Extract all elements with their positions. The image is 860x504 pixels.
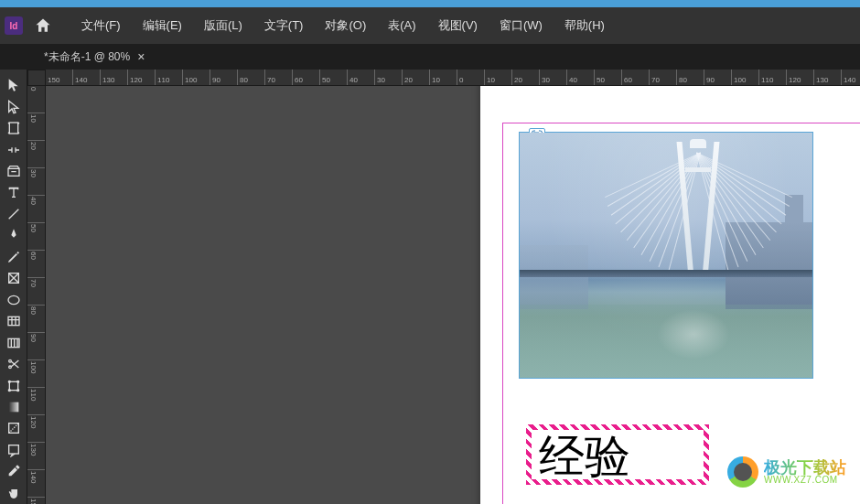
svg-rect-0 (9, 123, 17, 134)
free-transform-tool[interactable] (3, 375, 25, 395)
tab-close-icon[interactable]: × (137, 49, 145, 64)
text-content: 经验 (539, 434, 696, 479)
scissors-tool[interactable] (3, 354, 25, 374)
gradient-feather-tool[interactable] (3, 418, 25, 438)
placed-image (520, 133, 812, 378)
tools-panel (0, 70, 27, 504)
menu-view[interactable]: 视图(V) (427, 17, 489, 34)
hand-tool[interactable] (3, 483, 25, 503)
menu-edit[interactable]: 编辑(E) (132, 17, 193, 34)
document-page[interactable]: 经验 (480, 86, 860, 504)
page-tool[interactable] (3, 118, 25, 138)
vertical-ruler[interactable]: 0102030405060708090100110120130140150 (27, 86, 46, 504)
selection-tool[interactable] (3, 75, 25, 95)
window-titlebar (0, 0, 860, 7)
gradient-swatch-tool[interactable] (3, 397, 25, 417)
horizontal-ruler[interactable]: 1501401301201101009080706050403020100102… (46, 70, 860, 86)
menu-help[interactable]: 帮助(H) (554, 17, 616, 34)
gap-tool[interactable] (3, 139, 25, 159)
menu-file[interactable]: 文件(F) (70, 17, 132, 34)
menu-table[interactable]: 表(A) (377, 17, 426, 34)
svg-point-9 (8, 381, 10, 382)
svg-point-11 (8, 389, 10, 391)
table2-tool[interactable] (3, 332, 25, 352)
note-tool[interactable] (3, 440, 25, 460)
svg-point-12 (16, 389, 18, 391)
svg-point-10 (16, 381, 18, 382)
watermark: 极光下载站 WWW.XZ7.COM (727, 456, 846, 488)
eyedropper-tool[interactable] (3, 461, 25, 481)
tab-title: *未命名-1 @ 80% (44, 49, 130, 65)
app-icon[interactable]: Id (5, 16, 23, 35)
watermark-en: WWW.XZ7.COM (764, 476, 846, 485)
menu-type[interactable]: 文字(T) (253, 17, 315, 34)
pencil-tool[interactable] (3, 247, 25, 267)
svg-point-3 (8, 295, 19, 304)
document-tabbar: *未命名-1 @ 80% × (0, 44, 860, 70)
image-frame[interactable] (519, 132, 813, 379)
svg-point-6 (8, 359, 11, 362)
text-frame[interactable]: 经验 (526, 424, 709, 485)
watermark-logo-icon (727, 456, 758, 488)
svg-point-7 (8, 366, 11, 369)
watermark-cn: 极光下载站 (764, 459, 846, 476)
menu-window[interactable]: 窗口(W) (489, 17, 554, 34)
canvas[interactable]: 经验 极光下载站 WWW.XZ7.COM (46, 86, 860, 504)
home-icon[interactable] (34, 16, 52, 35)
direct-selection-tool[interactable] (3, 96, 25, 116)
ruler-origin[interactable] (27, 70, 46, 86)
rectangle-frame-tool[interactable] (3, 268, 25, 288)
pen-tool[interactable] (3, 225, 25, 245)
menu-object[interactable]: 对象(O) (314, 17, 377, 34)
type-tool[interactable] (3, 182, 25, 202)
menu-layout[interactable]: 版面(L) (193, 17, 253, 34)
line-tool[interactable] (3, 204, 25, 224)
content-collector-tool[interactable] (3, 161, 25, 181)
svg-rect-13 (8, 402, 18, 413)
workspace: 1501401301201101009080706050403020100102… (0, 70, 860, 504)
svg-rect-14 (8, 424, 18, 434)
svg-rect-15 (8, 445, 18, 454)
table-tool[interactable] (3, 311, 25, 331)
menu-bar: Id 文件(F) 编辑(E) 版面(L) 文字(T) 对象(O) 表(A) 视图… (0, 7, 860, 44)
svg-rect-8 (9, 381, 17, 390)
rectangle-tool[interactable] (3, 290, 25, 310)
document-tab[interactable]: *未命名-1 @ 80% × (37, 44, 152, 70)
svg-rect-4 (8, 317, 19, 326)
